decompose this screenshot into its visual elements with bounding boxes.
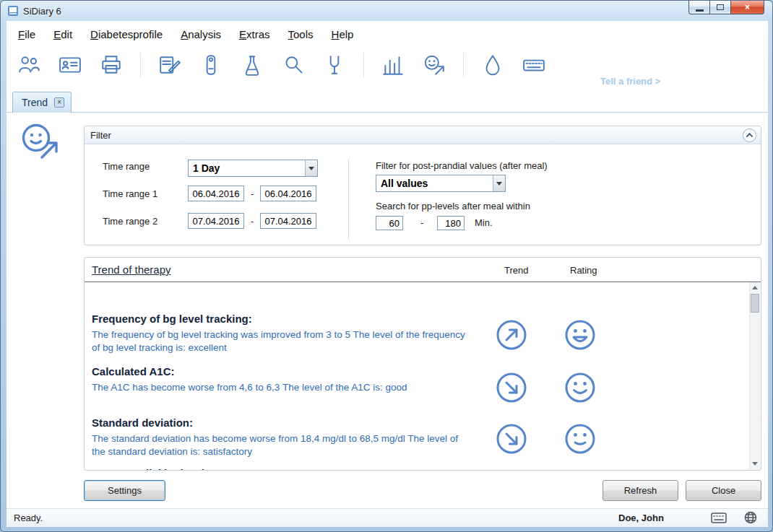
pp-minutes-unit-label: Min. [475, 217, 493, 228]
trend-column-header: Trend [504, 265, 528, 276]
toolbar-separator [363, 53, 364, 77]
meter-device-icon[interactable] [199, 51, 223, 79]
time-range-2-to-input[interactable]: 07.04.2016 [260, 213, 316, 229]
post-prandial-select[interactable]: All values [376, 175, 506, 192]
time-range-2-label: Time range 2 [103, 216, 157, 227]
trend-down-icon [495, 371, 528, 404]
maximize-button[interactable] [710, 1, 731, 14]
filter-divider [348, 160, 349, 239]
scroll-up-button[interactable] [750, 282, 760, 293]
trend-row-a1c: Calculated A1C: The A1C has become worse… [92, 365, 742, 394]
statusbar: Ready. Doe, John [7, 508, 768, 527]
scroll-down-button[interactable] [750, 458, 760, 469]
minimize-button[interactable] [688, 1, 710, 14]
range-dash: - [420, 217, 423, 228]
menu-file[interactable]: File [18, 28, 35, 40]
filter-panel-header: Filter [85, 126, 761, 144]
chevron-up-icon [746, 133, 753, 140]
keyboard-icon[interactable] [522, 51, 546, 79]
chevron-down-icon [308, 167, 314, 170]
menubar: File Edit Diabetesprofile Analysis Extra… [7, 21, 768, 47]
patients-icon[interactable] [17, 51, 41, 79]
refresh-button[interactable]: Refresh [603, 480, 678, 501]
rating-satisfactory-icon [563, 422, 597, 455]
menu-diabetesprofile[interactable]: Diabetesprofile [90, 28, 163, 40]
pp-minutes-to-input[interactable]: 180 [437, 216, 465, 230]
close-button[interactable]: × [731, 1, 764, 14]
close-panel-button[interactable]: Close [686, 480, 761, 501]
trend-smiley-icon[interactable] [422, 51, 446, 79]
post-prandial-value: All values [376, 175, 493, 191]
keyboard-status-icon[interactable] [711, 513, 727, 526]
sync-drop-icon[interactable] [480, 51, 505, 79]
toolbar-separator [463, 53, 464, 77]
row-heading: Post-prandial bg levels: [92, 467, 742, 470]
trend-row-post-prandial: Post-prandial bg levels: [92, 467, 742, 470]
app-icon [7, 5, 19, 17]
maximize-icon [717, 4, 724, 10]
collapse-filter-button[interactable] [743, 128, 756, 142]
toolbar: Tell a friend > [7, 47, 768, 90]
menu-help[interactable]: Help [332, 28, 354, 40]
search-icon[interactable] [281, 51, 306, 79]
range-dash: - [251, 216, 254, 227]
glucose-meter-icon[interactable] [322, 51, 347, 79]
diary-entry-icon[interactable] [157, 51, 182, 79]
tab-close-icon[interactable]: × [54, 97, 64, 108]
row-description: The frequency of bg level tracking was i… [92, 328, 471, 354]
filter-panel: Filter Time range 1 Day Time range 1 06.… [84, 126, 761, 245]
tab-trend[interactable]: Trend × [12, 92, 72, 113]
time-range-1-label: Time range 1 [103, 188, 157, 199]
window-title: SiDiary 6 [23, 6, 61, 17]
dropdown-button[interactable] [493, 175, 505, 191]
rating-column-header: Rating [570, 265, 597, 276]
dropdown-button[interactable] [305, 160, 317, 176]
time-range-value: 1 Day [189, 160, 305, 176]
printer-icon[interactable] [99, 51, 124, 79]
post-prandial-label: Filter for post-prandial values (after m… [376, 160, 548, 171]
row-heading: Calculated A1C: [92, 365, 742, 378]
menu-analysis[interactable]: Analysis [181, 28, 221, 40]
vertical-scrollbar[interactable] [749, 282, 760, 469]
pp-minutes-from-input[interactable]: 60 [376, 216, 403, 230]
range-dash: - [251, 188, 254, 199]
statistics-icon[interactable] [381, 51, 405, 79]
time-range-1-from-input[interactable]: 06.04.2016 [188, 186, 244, 201]
trend-of-therapy-panel: Trend of therapy Trend Rating Frequency … [84, 257, 761, 471]
menu-extras[interactable]: Extras [239, 28, 270, 40]
row-description: The standard deviation has become worse … [92, 432, 471, 458]
client-area: File Edit Diabetesprofile Analysis Extra… [7, 21, 768, 527]
trend-list: Frequency of bg level tracking: The freq… [85, 282, 750, 470]
menu-tools[interactable]: Tools [288, 28, 314, 40]
trend-down-icon [495, 422, 528, 455]
time-range-select[interactable]: 1 Day [188, 160, 318, 177]
window-controls: × [688, 1, 764, 14]
app-window: SiDiary 6 × File Edit Diabetesprofile An… [0, 0, 773, 532]
main-content: Filter Time range 1 Day Time range 1 06.… [7, 113, 768, 508]
rating-good-icon [563, 371, 597, 404]
time-range-1-to-input[interactable]: 06.04.2016 [260, 186, 316, 201]
titlebar: SiDiary 6 × [1, 1, 772, 21]
trend-panel-title: Trend of therapy [92, 263, 171, 276]
globe-language-icon[interactable] [744, 511, 757, 526]
rating-excellent-icon [563, 318, 597, 352]
scrollbar-thumb[interactable] [751, 294, 759, 313]
tab-trend-label: Trend [22, 97, 48, 108]
toolbar-separator [140, 53, 141, 77]
tab-strip: Trend × [7, 90, 768, 113]
lab-flask-icon[interactable] [240, 51, 264, 79]
close-icon: × [745, 2, 750, 12]
trend-smiley-badge-icon [20, 123, 61, 165]
pp-search-label: Search for pp-levels after meal within [376, 201, 530, 212]
tell-a-friend-link[interactable]: Tell a friend > [600, 76, 660, 87]
trend-up-icon [495, 318, 528, 352]
filter-title: Filter [90, 130, 111, 141]
settings-button[interactable]: Settings [84, 480, 165, 501]
menu-edit[interactable]: Edit [53, 28, 72, 40]
time-range-2-from-input[interactable]: 07.04.2016 [188, 213, 244, 229]
contact-card-icon[interactable] [58, 51, 82, 79]
trend-row-bg-frequency: Frequency of bg level tracking: The freq… [92, 313, 742, 354]
chevron-down-icon [496, 182, 502, 186]
current-user: Doe, John [618, 513, 664, 523]
row-heading: Frequency of bg level tracking: [92, 313, 742, 325]
